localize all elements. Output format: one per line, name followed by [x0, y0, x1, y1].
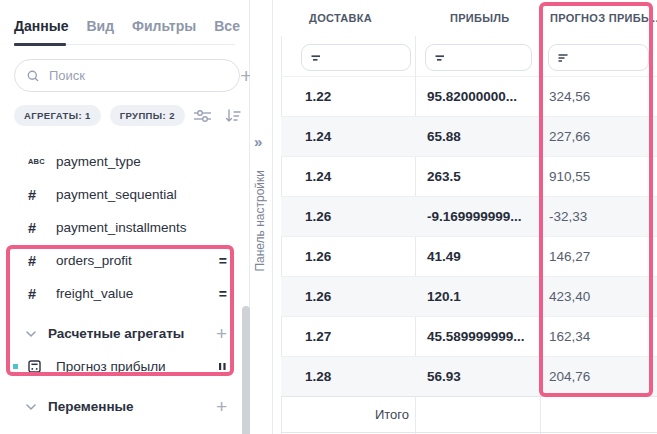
- measure-bars-icon[interactable]: [218, 362, 227, 371]
- display-settings-icon[interactable]: [194, 109, 211, 123]
- cell-forecast: 162,34: [540, 329, 657, 344]
- tab-all[interactable]: Все: [214, 18, 240, 34]
- filter-cell: [415, 36, 540, 76]
- cell-delivery: 1.26: [281, 249, 415, 264]
- aggregates-badge[interactable]: АГРЕГАТЫ: 1: [14, 105, 101, 126]
- cell-delivery: 1.28: [281, 369, 415, 384]
- cell-profit: 120.1: [415, 289, 540, 304]
- table-row[interactable]: 1.24 263.5 910,55: [281, 157, 657, 197]
- column-header-profit[interactable]: ПРИБЫЛЬ: [415, 12, 540, 24]
- filter-lines-icon: [435, 54, 445, 62]
- calculator-icon: [28, 360, 48, 373]
- aggregation-sum-icon[interactable]: =: [219, 289, 227, 299]
- table-row[interactable]: 1.26 120.1 423,40: [281, 277, 657, 317]
- field-label: payment_type: [56, 154, 227, 169]
- fields-sidebar: Данные Вид Фильтры Все + АГРЕГАТЫ: 1 ГРУ…: [0, 0, 250, 434]
- field-row-payment-sequential[interactable]: # payment_sequential: [0, 178, 249, 211]
- settings-panel-label: Панель настройки: [253, 170, 267, 272]
- cell-profit: 45.589999999...: [415, 329, 540, 344]
- section-calculated-aggregates[interactable]: Расчетные агрегаты +: [0, 317, 249, 350]
- filter-lines-icon: [311, 54, 321, 62]
- field-label: freight_value: [56, 286, 219, 301]
- cell-delivery: 1.24: [281, 129, 415, 144]
- totals-label: Итого: [281, 407, 415, 422]
- search-input[interactable]: [47, 67, 227, 84]
- table-row[interactable]: 1.28 56.93 204,76: [281, 357, 657, 397]
- string-type-icon: ABC: [28, 157, 48, 166]
- tab-data[interactable]: Данные: [14, 18, 68, 34]
- profit-filter-input[interactable]: [425, 44, 532, 71]
- cell-forecast: 324,56: [540, 89, 657, 104]
- field-label: Прогноз прибыли: [56, 359, 218, 374]
- cell-forecast: 204,76: [540, 369, 657, 384]
- expand-panel-icon[interactable]: »: [254, 133, 262, 150]
- number-type-icon: #: [28, 253, 48, 269]
- table-row[interactable]: 1.26 -9.169999999... -32,33: [281, 197, 657, 237]
- section-variables[interactable]: Переменные +: [0, 390, 249, 423]
- cell-profit: -9.169999999...: [415, 209, 540, 224]
- sidebar-scrollbar-thumb[interactable]: [242, 306, 250, 434]
- tab-filters[interactable]: Фильтры: [132, 18, 196, 34]
- field-row-payment-installments[interactable]: # payment_installments: [0, 211, 249, 244]
- column-header-forecast[interactable]: ПРОГНОЗ ПРИБЫ...: [540, 12, 657, 24]
- filter-cell: [540, 36, 657, 76]
- filter-badges-row: АГРЕГАТЫ: 1 ГРУППЫ: 2: [14, 105, 235, 126]
- field-row-orders-profit[interactable]: # orders_profit =: [0, 244, 249, 277]
- dataset-editor: Данные Вид Фильтры Все + АГРЕГАТЫ: 1 ГРУ…: [0, 0, 657, 434]
- table-footer-row: Итого: [281, 396, 657, 433]
- field-label: orders_profit: [56, 253, 219, 268]
- table-row[interactable]: 1.22 95.82000000... 324,56: [281, 77, 657, 117]
- search-box[interactable]: [14, 59, 240, 92]
- filter-three-lines-icon: [558, 53, 568, 63]
- search-icon: [27, 70, 39, 82]
- table-row[interactable]: 1.24 65.88 227,66: [281, 117, 657, 157]
- table-header-row: ДОСТАВКА ПРИБЫЛЬ ПРОГНОЗ ПРИБЫ...: [281, 0, 657, 36]
- number-type-icon: #: [28, 220, 48, 236]
- cell-profit: 41.49: [415, 249, 540, 264]
- field-list: ABC payment_type # payment_sequential # …: [0, 145, 249, 423]
- selected-indicator-dot: [13, 364, 18, 369]
- field-row-profit-forecast[interactable]: Прогноз прибыли: [0, 350, 249, 383]
- field-row-freight-value[interactable]: # freight_value =: [0, 277, 249, 310]
- field-row-payment-type[interactable]: ABC payment_type: [0, 145, 249, 178]
- cell-delivery: 1.22: [281, 89, 415, 104]
- cell-forecast: 146,27: [540, 249, 657, 264]
- cell-profit: 56.93: [415, 369, 540, 384]
- field-label: payment_sequential: [56, 187, 227, 202]
- table-filter-row: [281, 36, 657, 76]
- chevron-down-icon[interactable]: [26, 404, 40, 410]
- cell-delivery: 1.26: [281, 209, 415, 224]
- sidebar-tabs: Данные Вид Фильтры Все: [14, 0, 235, 45]
- cell-profit: 95.82000000...: [415, 89, 540, 104]
- cell-profit: 65.88: [415, 129, 540, 144]
- list-toolbar: [194, 109, 241, 123]
- section-label: Переменные: [48, 399, 216, 414]
- delivery-filter-input[interactable]: [301, 44, 411, 71]
- forecast-filter-input[interactable]: [548, 44, 649, 71]
- aggregation-sum-icon[interactable]: =: [219, 256, 227, 266]
- chevron-down-icon[interactable]: [26, 331, 40, 337]
- cell-delivery: 1.24: [281, 169, 415, 184]
- cell-forecast: 227,66: [540, 129, 657, 144]
- settings-panel-strip[interactable]: » Панель настройки: [250, 0, 273, 434]
- sort-descending-icon[interactable]: [225, 109, 241, 123]
- cell-delivery: 1.27: [281, 329, 415, 344]
- tab-view[interactable]: Вид: [86, 18, 114, 34]
- table-body: 1.22 95.82000000... 324,56 1.24 65.88 22…: [281, 76, 657, 397]
- table-row[interactable]: 1.27 45.589999999... 162,34: [281, 317, 657, 357]
- number-type-icon: #: [28, 286, 48, 302]
- field-label: payment_installments: [56, 220, 227, 235]
- filter-cell: [281, 36, 415, 76]
- cell-forecast: 910,55: [540, 169, 657, 184]
- add-aggregate-button[interactable]: +: [216, 326, 227, 342]
- search-row: +: [14, 59, 235, 92]
- cell-forecast: -32,33: [540, 209, 657, 224]
- table-row[interactable]: 1.26 41.49 146,27: [281, 237, 657, 277]
- number-type-icon: #: [28, 187, 48, 203]
- groups-badge[interactable]: ГРУППЫ: 2: [110, 105, 185, 126]
- cell-profit: 263.5: [415, 169, 540, 184]
- add-variable-button[interactable]: +: [216, 399, 227, 415]
- cell-forecast: 423,40: [540, 289, 657, 304]
- column-header-delivery[interactable]: ДОСТАВКА: [281, 12, 415, 24]
- cell-delivery: 1.26: [281, 289, 415, 304]
